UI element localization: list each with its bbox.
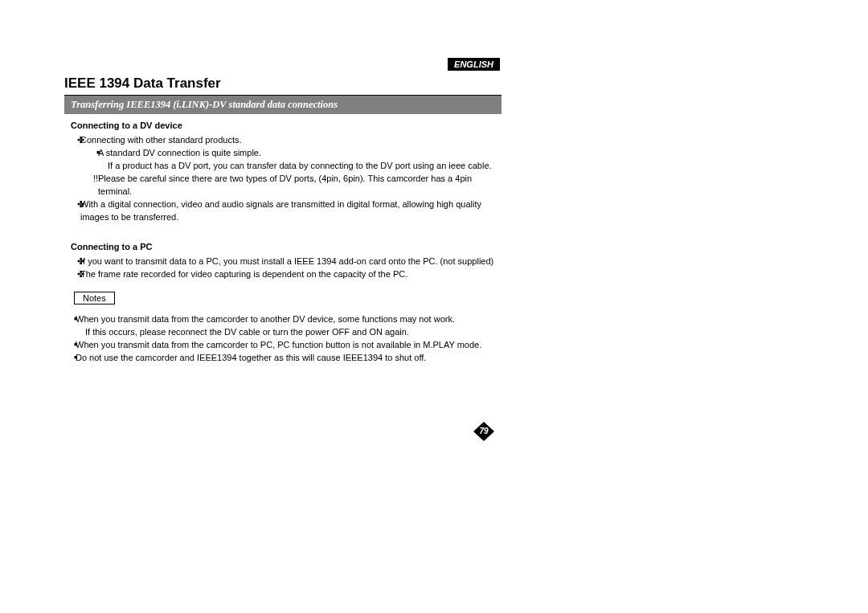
document-page: ENGLISH IEEE 1394 Data Transfer Transfer…: [0, 0, 868, 613]
square-bullet-icon: ■: [74, 315, 77, 323]
page-title: IEEE 1394 Data Transfer: [64, 76, 502, 92]
list-item: ✤ Connecting with other standard product…: [80, 134, 502, 147]
content-area: ENGLISH IEEE 1394 Data Transfer Transfer…: [64, 64, 502, 365]
square-bullet-icon: ■: [74, 353, 77, 362]
list-item: If this occurs, please reconnect the DV …: [76, 326, 502, 339]
warning-bullet-icon: !!!: [93, 173, 100, 186]
list-item-text: Do not use the camcorder and IEEE1394 to…: [76, 353, 426, 362]
language-tab: ENGLISH: [448, 58, 500, 71]
cross-bullet-icon: ✤: [77, 198, 84, 211]
notes-list: ■ When you transmit data from the camcor…: [64, 313, 502, 365]
pc-list: ✤ If you want to transmit data to a PC, …: [64, 255, 502, 281]
list-item-text: Connecting with other standard products.: [80, 135, 242, 145]
list-item: ■ When you transmit data from the camcor…: [76, 313, 502, 326]
list-item-text: A standard DV connection is quite simple…: [98, 148, 261, 157]
square-bullet-icon: ■: [74, 341, 77, 349]
list-item-text: The frame rate recorded for video captur…: [80, 269, 407, 279]
list-item: ■ Do not use the camcorder and IEEE1394 …: [76, 352, 502, 365]
list-item: ✤ The frame rate recorded for video capt…: [80, 268, 502, 281]
list-item-text: If this occurs, please reconnect the DV …: [85, 327, 409, 337]
page-number: 79: [473, 427, 495, 435]
section-heading-pc: Connecting to a PC: [71, 242, 502, 251]
footer-area: 79: [64, 407, 502, 424]
list-item: ✤ If you want to transmit data to a PC, …: [80, 255, 502, 268]
list-item-text: With a digital connection, video and aud…: [80, 199, 481, 222]
list-item: If a product has a DV port, you can tran…: [108, 160, 502, 173]
page-number-badge: 79: [473, 421, 495, 442]
notes-label-box: Notes: [74, 292, 115, 304]
cross-bullet-icon: ✤: [77, 268, 84, 281]
subtitle-bar: Transferring IEEE1394 (i.LINK)-DV standa…: [64, 95, 502, 114]
list-item-text: If you want to transmit data to a PC, yo…: [80, 256, 493, 266]
dv-list: ✤ Connecting with other standard product…: [64, 134, 502, 224]
section-heading-dv: Connecting to a DV device: [71, 121, 502, 130]
list-item-text: Please be careful since there are two ty…: [98, 174, 472, 196]
list-item-text: When you transmit data from the camcorde…: [76, 340, 481, 349]
list-item: !!! Please be careful since there are tw…: [98, 173, 502, 198]
list-item-text: If a product has a DV port, you can tran…: [108, 161, 492, 170]
list-item: ■ A standard DV connection is quite simp…: [98, 147, 502, 160]
cross-bullet-icon: ✤: [77, 255, 84, 268]
list-item: ✤ With a digital connection, video and a…: [80, 198, 502, 224]
square-bullet-icon: ■: [96, 149, 100, 157]
list-item-text: When you transmit data from the camcorde…: [76, 314, 455, 324]
list-item: ■ When you transmit data from the camcor…: [76, 339, 502, 352]
cross-bullet-icon: ✤: [77, 134, 84, 147]
